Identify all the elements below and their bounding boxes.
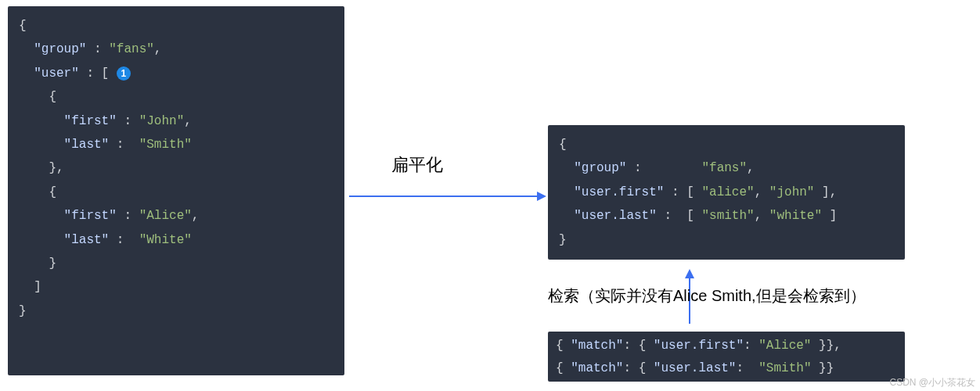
key-user-first-flat: "user.first" (574, 185, 664, 199)
watermark-text: CSDN @小小茶花女 (889, 376, 975, 389)
arrow-right-icon (349, 196, 545, 197)
val-fans: "fans" (109, 42, 154, 56)
key-user: "user" (34, 66, 79, 81)
flattened-json-code: { "group" : "fans", "user.first" : [ "al… (559, 138, 837, 247)
key-match-2: "match" (571, 361, 623, 375)
source-json-block: { "group" : "fans", "user" : [ 1 { "firs… (8, 6, 344, 375)
query-json-block: { "match": { "user.first": "Alice" }}, {… (548, 332, 905, 382)
key-user-last-flat: "user.last" (574, 209, 657, 223)
key-last-2: "last" (64, 233, 110, 247)
key-first-2: "first" (64, 209, 117, 223)
brace-open: { (19, 19, 27, 33)
brace-close: } (19, 304, 27, 318)
key-group: "group" (34, 42, 86, 56)
val-john: "John" (139, 114, 185, 128)
query-json-code: { "match": { "user.first": "Alice" }}, {… (556, 339, 841, 375)
key-first: "first" (64, 114, 117, 128)
source-json-code: { "group" : "fans", "user" : [ 1 { "firs… (19, 19, 199, 318)
val-white: "White" (139, 233, 192, 247)
val-smith: "Smith" (139, 138, 192, 152)
flattened-json-block: { "group" : "fans", "user.first" : [ "al… (548, 125, 905, 260)
key-group-flat: "group" (574, 161, 626, 175)
annotation-badge-1: 1 (117, 66, 131, 81)
val-alice: "Alice" (139, 209, 192, 223)
key-match-1: "match" (571, 339, 623, 353)
key-last: "last" (64, 138, 110, 152)
label-flatten: 扁平化 (391, 153, 443, 177)
label-search-note: 检索（实际并没有Alice Smith,但是会检索到） (548, 285, 866, 307)
